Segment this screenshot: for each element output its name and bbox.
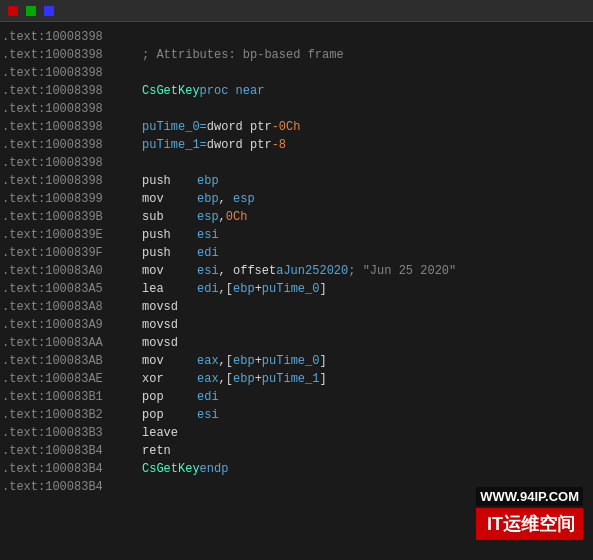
line-address: .text:100083B3 xyxy=(2,424,142,442)
mnemonic: push xyxy=(142,226,197,244)
mnemonic: mov xyxy=(142,262,197,280)
line-address: .text:10008398 xyxy=(2,28,142,46)
code-line: .text:100083A0movesi, offset aJun252020 … xyxy=(0,262,593,280)
line-address: .text:10008398 xyxy=(2,82,142,100)
mnemonic: retn xyxy=(142,442,197,460)
mnemonic: pop xyxy=(142,388,197,406)
operand-reg: edi xyxy=(197,244,219,262)
icon-green xyxy=(24,4,38,18)
line-address: .text:100083B4 xyxy=(2,460,142,478)
code-line: .text:1000839Epushesi xyxy=(0,226,593,244)
code-line: .text:100083A5leaedi, [ebp+puTime_0] xyxy=(0,280,593,298)
operand-reg: ebp xyxy=(197,172,219,190)
mnemonic: push xyxy=(142,244,197,262)
code-area: .text:10008398.text:10008398; Attributes… xyxy=(0,22,593,560)
endp-name: CsGetKey xyxy=(142,460,200,478)
code-line: .text:100083B3leave xyxy=(0,424,593,442)
line-address: .text:100083A9 xyxy=(2,316,142,334)
code-line: .text:10008398 xyxy=(0,28,593,46)
code-line: .text:100083B1popedi xyxy=(0,388,593,406)
code-line: .text:100083AAmovsd xyxy=(0,334,593,352)
line-address: .text:100083AE xyxy=(2,370,142,388)
var-type: dword ptr xyxy=(207,136,272,154)
line-address: .text:10008398 xyxy=(2,46,142,64)
code-line: .text:10008398 xyxy=(0,154,593,172)
line-address: .text:100083AB xyxy=(2,352,142,370)
line-comment: ; Attributes: bp-based frame xyxy=(142,46,344,64)
line-address: .text:100083B4 xyxy=(2,442,142,460)
code-line: .text:100083B4retn xyxy=(0,442,593,460)
line-address: .text:1000839B xyxy=(2,208,142,226)
mnemonic: movsd xyxy=(142,334,197,352)
code-line: .text:10008398 xyxy=(0,64,593,82)
mnemonic: leave xyxy=(142,424,197,442)
line-address: .text:100083B1 xyxy=(2,388,142,406)
line-address: .text:100083A5 xyxy=(2,280,142,298)
line-address: .text:100083AA xyxy=(2,334,142,352)
operand-reg: edi xyxy=(197,388,219,406)
code-line: .text:10008398CsGetKey proc near xyxy=(0,82,593,100)
code-line: .text:10008398puTime_1= dword ptr -8 xyxy=(0,136,593,154)
mnemonic: pop xyxy=(142,406,197,424)
mnemonic: lea xyxy=(142,280,197,298)
code-line: .text:100083A8movsd xyxy=(0,298,593,316)
mnemonic: push xyxy=(142,172,197,190)
line-address: .text:10008398 xyxy=(2,100,142,118)
line-address: .text:10008398 xyxy=(2,64,142,82)
operand-reg: esi xyxy=(197,406,219,424)
code-line: .text:100083AExoreax, [ebp+puTime_1] xyxy=(0,370,593,388)
mnemonic: xor xyxy=(142,370,197,388)
code-line: .text:100083B4CsGetKey endp xyxy=(0,460,593,478)
mnemonic: movsd xyxy=(142,298,197,316)
line-address: .text:100083B4 xyxy=(2,478,142,496)
line-address: .text:10008398 xyxy=(2,118,142,136)
proc-name: CsGetKey xyxy=(142,82,200,100)
operand-regs: ebp, esp xyxy=(197,190,255,208)
line-address: .text:100083A0 xyxy=(2,262,142,280)
code-line: .text:100083A9movsd xyxy=(0,316,593,334)
code-line: .text:100083ABmoveax, [ebp+puTime_0] xyxy=(0,352,593,370)
code-line: .text:10008398pushebp xyxy=(0,172,593,190)
proc-keyword: proc near xyxy=(200,82,265,100)
line-address: .text:10008398 xyxy=(2,172,142,190)
icon-red xyxy=(6,4,20,18)
var-value: -0Ch xyxy=(272,118,301,136)
endp-keyword: endp xyxy=(200,460,229,478)
line-address: .text:100083B2 xyxy=(2,406,142,424)
var-name: puTime_1= xyxy=(142,136,207,154)
code-line: .text:1000839Bsubesp, 0Ch xyxy=(0,208,593,226)
mnemonic: movsd xyxy=(142,316,197,334)
code-line: .text:10008398 xyxy=(0,100,593,118)
line-address: .text:1000839E xyxy=(2,226,142,244)
var-value: -8 xyxy=(272,136,286,154)
line-address: .text:100083A8 xyxy=(2,298,142,316)
mnemonic: sub xyxy=(142,208,197,226)
code-line: .text:100083B2popesi xyxy=(0,406,593,424)
code-line: .text:10008399movebp, esp xyxy=(0,190,593,208)
icon-blue xyxy=(42,4,56,18)
mnemonic: mov xyxy=(142,190,197,208)
line-address: .text:1000839F xyxy=(2,244,142,262)
title-bar xyxy=(0,0,593,22)
watermark-label: IT运维空间 xyxy=(476,508,583,540)
line-address: .text:10008398 xyxy=(2,136,142,154)
line-address: .text:10008399 xyxy=(2,190,142,208)
var-type: dword ptr xyxy=(207,118,272,136)
line-address: .text:10008398 xyxy=(2,154,142,172)
var-name: puTime_0= xyxy=(142,118,207,136)
code-line: .text:1000839Fpushedi xyxy=(0,244,593,262)
code-line: .text:10008398; Attributes: bp-based fra… xyxy=(0,46,593,64)
operand-reg: esi xyxy=(197,226,219,244)
mnemonic: mov xyxy=(142,352,197,370)
code-line: .text:100083B4 xyxy=(0,478,593,496)
code-line: .text:10008398puTime_0= dword ptr -0Ch xyxy=(0,118,593,136)
